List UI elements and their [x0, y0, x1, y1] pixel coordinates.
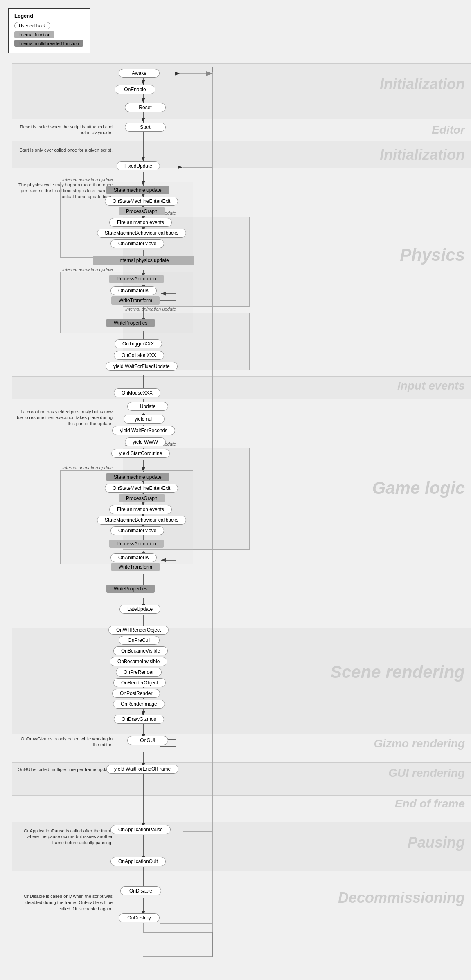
node-ywww: yield WWW	[125, 437, 166, 446]
legend-box: Legend User callback Internal function I…	[8, 8, 90, 53]
node-oap: OnApplicationPause	[110, 825, 171, 834]
annot-coroutine: If a coroutine has yielded previously bu…	[14, 409, 113, 426]
node-update: Update	[127, 402, 168, 411]
node-smbc1: StateMachineBehaviour callbacks	[97, 229, 186, 238]
node-fae2: Fire animation events	[109, 505, 172, 514]
node-opr: OnPreRender	[116, 668, 162, 677]
node-ocx: OnCollisionXXX	[114, 351, 164, 360]
node-otx: OnTriggerXXX	[115, 339, 162, 348]
node-oaq: OnApplicationQuit	[110, 857, 166, 866]
annot-ongui: OnGUI is called multiple time per frame …	[14, 767, 113, 772]
node-owro: OnWillRenderObject	[108, 626, 169, 635]
internal-anim-label-2: Internal animation update	[62, 267, 113, 272]
node-omx: OnMouseXXX	[114, 388, 160, 397]
node-smu1: State machine update	[106, 186, 169, 194]
node-smu2: State machine update	[106, 473, 169, 481]
node-wp2: WriteProperties	[106, 585, 155, 593]
label-input: Input events	[397, 379, 465, 392]
legend-internal-mt-box: Internal multithreaded function	[14, 40, 83, 47]
annot-onapppause: OnApplicationPause is called after the f…	[14, 828, 113, 845]
label-init1: Initialization	[380, 76, 465, 93]
annot-start: Start is only ever called once for a giv…	[14, 147, 113, 153]
label-physics: Physics	[400, 245, 465, 265]
node-awake: Awake	[119, 69, 160, 78]
section-decommission-bg	[12, 871, 471, 965]
page: Legend User callback Internal function I…	[0, 0, 471, 980]
node-fae1: Fire animation events	[109, 218, 172, 227]
label-scenerender: Scene rendering	[330, 662, 465, 682]
node-yn: yield null	[124, 415, 165, 424]
annot-reset: Reset is called when the script is attac…	[14, 124, 113, 136]
label-gizmo: Gizmo rendering	[374, 737, 465, 750]
annot-gizmos: OnDrawGizmos is only called while workin…	[14, 736, 113, 748]
legend-user-callback-box: User callback	[14, 22, 50, 29]
node-opc: OnPreCull	[119, 636, 160, 645]
label-gui: GUI rendering	[388, 767, 465, 780]
label-editor: Editor	[432, 123, 465, 137]
node-ondestroy: OnDestroy	[119, 913, 160, 922]
node-pg2: ProcessGraph	[119, 494, 165, 502]
legend-user-callback: User callback	[14, 22, 84, 29]
node-ywfeof: yield WaitForEndOfFrame	[106, 765, 178, 774]
node-osmee1: OnStateMachineEnter/Exit	[105, 197, 178, 206]
label-init2: Initialization	[380, 146, 465, 164]
node-obv: OnBecameVisible	[113, 646, 168, 655]
node-ori: OnRenderImage	[113, 700, 165, 709]
node-oam1: OnAnimatorMove	[110, 239, 164, 248]
label-eof: End of frame	[395, 797, 465, 810]
internal-anim-label-3: Internal animation update	[62, 465, 113, 470]
node-wt1: WriteTransform	[111, 296, 160, 305]
label-gamelogic: Game logic	[372, 478, 465, 498]
node-oam2: OnAnimatorMove	[110, 526, 164, 535]
node-pa1: ProcessAnimation	[109, 275, 164, 283]
node-reset: Reset	[125, 103, 166, 112]
label-decommission: Decommissioning	[338, 889, 465, 906]
annot-ondisable: OnDisable is called only when the script…	[14, 893, 113, 912]
node-ipu: Internal physics update	[93, 256, 194, 265]
node-ysc: yield StartCoroutine	[111, 449, 170, 458]
node-odg: OnDrawGizmos	[114, 715, 164, 724]
node-onenable: OnEnable	[115, 85, 155, 94]
node-ongui: OnGUI	[127, 736, 168, 745]
internal-anim-label-1: Internal animation update	[62, 177, 113, 182]
node-oaik1: OnAnimatorIK	[110, 286, 157, 295]
node-fixedupdate: FixedUpdate	[117, 161, 160, 170]
node-ywfs: yield WaitForSeconds	[112, 426, 175, 435]
node-pg1: ProcessGraph	[119, 207, 165, 215]
node-opor: OnPostRender	[112, 689, 160, 698]
legend-title: Legend	[14, 13, 84, 19]
node-ywffu: yield WaitForFixedUpdate	[106, 362, 178, 371]
legend-internal-mt: Internal multithreaded function	[14, 40, 84, 47]
node-ondisable: OnDisable	[120, 886, 161, 895]
legend-internal-fn-box: Internal function	[14, 31, 54, 38]
node-lateupdate: LateUpdate	[119, 605, 160, 614]
node-pa2: ProcessAnimation	[109, 540, 164, 548]
node-oaik2: OnAnimatorIK	[110, 553, 157, 562]
node-wp1: WriteProperties	[106, 319, 155, 327]
label-pausing: Pausing	[408, 834, 465, 851]
node-wt2: WriteTransform	[111, 563, 160, 571]
node-oro: OnRenderObject	[113, 678, 166, 687]
node-osmee2: OnStateMachineEnter/Exit	[105, 484, 178, 493]
node-smbc2: StateMachineBehaviour callbacks	[97, 516, 186, 525]
node-start: Start	[125, 123, 166, 132]
legend-internal-fn: Internal function	[14, 31, 84, 38]
node-obi: OnBecameInvisible	[110, 657, 167, 666]
